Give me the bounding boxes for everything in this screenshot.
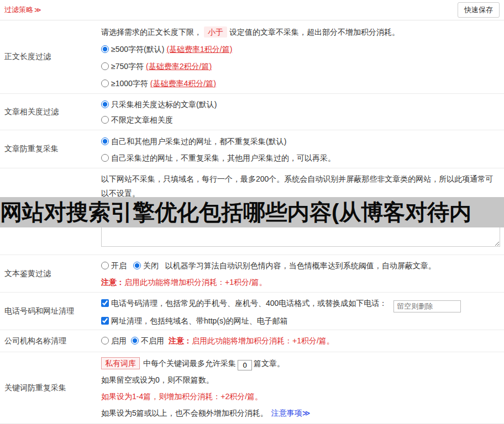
length-radio-750[interactable] <box>101 62 109 70</box>
keyword-limit-input[interactable] <box>238 360 252 370</box>
topbar: 过滤策略 ≫ 快速保存 <box>0 0 504 20</box>
porn-option-off-text: 关闭 <box>143 261 159 270</box>
company-radio-off[interactable] <box>131 337 139 344</box>
length-filter-content: 请选择需求的正文长度下限，小于设定值的文章不采集，超出部分不增加积分消耗。 ≥5… <box>101 20 504 93</box>
company-note-head: 注意： <box>169 336 192 346</box>
company-option-off-text: 不启用 <box>141 336 164 345</box>
relevance-filter-label: 文章相关度过滤 <box>0 94 101 130</box>
porn-filter-options: 开启 关闭 以机器学习算法自动识别色情内容，当色情概率达到系统阈值，自动屏蔽文章… <box>101 257 500 274</box>
length-option-750-text: ≥750字符 <box>111 62 144 71</box>
company-option-on-text: 启用 <box>111 336 127 345</box>
length-option-1000-text: ≥1000字符 <box>111 79 148 88</box>
phone-clean-line: 电话号码清理，包括常见的手机号、座机号、400电话格式，或替换成如下电话： <box>101 295 500 312</box>
phone-clean-text: 电话号码清理，包括常见的手机号、座机号、400电话格式，或替换成如下电话： <box>111 299 387 308</box>
intro-after: 设定值的文章不采集，超出部分不增加积分消耗。 <box>229 28 400 36</box>
row-length-filter: 正文长度过滤 请选择需求的正文长度下限，小于设定值的文章不采集，超出部分不增加积… <box>0 20 504 94</box>
porn-radio-on[interactable] <box>101 262 109 269</box>
porn-option-on[interactable]: 开启 <box>101 261 129 270</box>
relevance-option-strict-text: 只采集相关度达标的文章(默认) <box>111 100 217 109</box>
phone-url-clean-label: 电话号码和网址清理 <box>0 293 101 330</box>
note-head: 注意： <box>101 278 124 287</box>
keyword-rule-empty: 如果留空或设为0，则不限篇数。 <box>101 372 500 388</box>
porn-filter-content: 开启 关闭 以机器学习算法自动识别色情内容，当色情概率达到系统阈值，自动屏蔽文章… <box>101 255 504 292</box>
row-relevance-filter: 文章相关度过滤 只采集相关度达标的文章(默认) 不限定文章相关度 <box>0 94 504 130</box>
dedup-filter-label: 文章防重复采集 <box>0 130 101 168</box>
length-filter-label: 正文长度过滤 <box>0 20 101 93</box>
row-porn-filter: 文本鉴黄过滤 开启 关闭 以机器学习算法自动识别色情内容，当色情概率达到系统阈值… <box>0 255 504 293</box>
keyword-rule-5plus-text: 如果设为5篇或以上，也不会额外增加积分消耗。 <box>101 409 268 417</box>
keyword-dedup-content: 私有词库中每个关键词最多允许采集篇文章。 如果留空或设为0，则不限篇数。 如果设… <box>101 352 504 423</box>
notes-link[interactable]: 注意事项≫ <box>271 409 311 417</box>
dedup-option-global[interactable]: 自己和其他用户采集过的网址，都不重复采集(默认) <box>101 133 500 150</box>
dedup-option-global-text: 自己和其他用户采集过的网址，都不重复采集(默认) <box>111 137 286 146</box>
less-than-tag: 小于 <box>204 26 227 38</box>
company-option-on[interactable]: 启用 <box>101 336 127 346</box>
keyword-dedup-label: 关键词防重复采集 <box>0 352 101 423</box>
filter-strategy-page: 过滤策略 ≫ 快速保存 正文长度过滤 请选择需求的正文长度下限，小于设定值的文章… <box>0 0 504 424</box>
keyword-rule-5plus-line: 如果设为5篇或以上，也不会额外增加积分消耗。注意事项≫ <box>101 405 500 421</box>
porn-radio-off[interactable] <box>133 262 141 269</box>
length-option-500-text: ≥500字符(默认) <box>111 45 164 54</box>
company-option-off[interactable]: 不启用 <box>131 336 164 346</box>
dedup-radio-self[interactable] <box>101 154 109 162</box>
site-blacklist-description: 以下网站不采集，只填域名，每行一个，最多200个。系统会自动识别并屏蔽那些非文章… <box>101 172 500 200</box>
ad-overlay-text: 网站对搜索引擎优化包括哪些内容(从博客对待内 <box>0 197 471 227</box>
url-clean-text: 网址清理，包括纯域名、带http(s)的网址、电子邮箱 <box>111 316 288 325</box>
porn-filter-label: 文本鉴黄过滤 <box>0 255 101 292</box>
porn-filter-note: 注意：启用此功能将增加积分消耗：+1积分/篇。 <box>101 274 500 290</box>
length-option-1000[interactable]: ≥1000字符(基础费率4积分/篇) <box>101 75 500 92</box>
relevance-option-any-text: 不限定文章相关度 <box>111 115 173 124</box>
url-clean-line: 网址清理，包括纯域名、带http(s)的网址、电子邮箱 <box>101 312 500 329</box>
company-clean-content: 启用 不启用 注意：启用此功能将增加积分消耗：+1积分/篇。 <box>101 330 504 352</box>
row-company-clean: 公司机构名称清理 启用 不启用 注意：启用此功能将增加积分消耗：+1积分/篇。 <box>0 330 504 352</box>
keyword-limit-line: 私有词库中每个关键词最多允许采集篇文章。 <box>101 355 500 372</box>
dedup-filter-content: 自己和其他用户采集过的网址，都不重复采集(默认) 自己采集过的网址，不重复采集，… <box>101 130 504 168</box>
phone-url-clean-content: 电话号码清理，包括常见的手机号、座机号、400电话格式，或替换成如下电话： 网址… <box>101 293 504 330</box>
company-note-body: 启用此功能将增加积分消耗：+1积分/篇。 <box>192 336 334 346</box>
porn-filter-description: 以机器学习算法自动识别色情内容，当色情概率达到系统阈值，自动屏蔽文章。 <box>165 261 436 270</box>
length-filter-intro: 请选择需求的正文长度下限，小于设定值的文章不采集，超出部分不增加积分消耗。 <box>101 24 500 41</box>
quick-save-button[interactable]: 快速保存 <box>458 2 500 18</box>
keyword-limit-end: 篇文章。 <box>254 359 285 368</box>
row-dedup-filter: 文章防重复采集 自己和其他用户采集过的网址，都不重复采集(默认) 自己采集过的网… <box>0 130 504 168</box>
length-option-750-fee: (基础费率2积分/篇) <box>146 62 212 71</box>
relevance-radio-strict[interactable] <box>101 100 109 108</box>
intro-before: 请选择需求的正文长度下限， <box>101 28 202 36</box>
company-radio-on[interactable] <box>101 337 109 344</box>
row-keyword-dedup: 关键词防重复采集 私有词库中每个关键词最多允许采集篇文章。 如果留空或设为0，则… <box>0 352 504 424</box>
ad-overlay-banner[interactable]: 网站对搜索引擎优化包括哪些内容(从博客对待内 <box>0 197 504 227</box>
porn-option-off[interactable]: 关闭 <box>133 261 161 270</box>
length-option-750[interactable]: ≥750字符(基础费率2积分/篇) <box>101 58 500 75</box>
dedup-radio-global[interactable] <box>101 137 109 145</box>
page-title: 过滤策略 ≫ <box>4 5 41 15</box>
relevance-option-strict[interactable]: 只采集相关度达标的文章(默认) <box>101 97 500 112</box>
length-option-500[interactable]: ≥500字符(默认)(基础费率1积分/篇) <box>101 41 500 58</box>
url-clean-option[interactable]: 网址清理，包括纯域名、带http(s)的网址、电子邮箱 <box>101 316 288 325</box>
dedup-option-self[interactable]: 自己采集过的网址，不重复采集，其他用户采集过的，可以再采。 <box>101 150 500 166</box>
length-option-500-fee: (基础费率1积分/篇) <box>166 45 232 54</box>
url-clean-checkbox[interactable] <box>101 317 109 325</box>
length-option-1000-fee: (基础费率4积分/篇) <box>150 79 216 88</box>
relevance-filter-content: 只采集相关度达标的文章(默认) 不限定文章相关度 <box>101 94 504 130</box>
private-lexicon-tag: 私有词库 <box>101 357 140 369</box>
company-clean-label: 公司机构名称清理 <box>0 330 101 352</box>
relevance-radio-any[interactable] <box>101 116 109 124</box>
replacement-phone-input[interactable] <box>393 300 461 312</box>
keyword-limit-mid: 中每个关键词最多允许采集 <box>143 359 236 368</box>
page-title-text: 过滤策略 <box>4 5 33 15</box>
relevance-option-any[interactable]: 不限定文章相关度 <box>101 112 500 128</box>
length-radio-500[interactable] <box>101 45 109 53</box>
porn-option-on-text: 开启 <box>111 261 127 270</box>
dedup-option-self-text: 自己采集过的网址，不重复采集，其他用户采集过的，可以再采。 <box>111 153 335 162</box>
chevron-double-down-icon: ≫ <box>34 6 41 14</box>
phone-clean-checkbox[interactable] <box>101 299 109 307</box>
length-radio-1000[interactable] <box>101 80 109 87</box>
note-body: 启用此功能将增加积分消耗：+1积分/篇。 <box>124 278 267 287</box>
keyword-rule-1-4: 如果设为1-4篇，则增加积分消耗：+2积分/篇。 <box>101 388 500 405</box>
phone-clean-option[interactable]: 电话号码清理，包括常见的手机号、座机号、400电话格式，或替换成如下电话： <box>101 299 389 308</box>
row-phone-url-clean: 电话号码和网址清理 电话号码清理，包括常见的手机号、座机号、400电话格式，或替… <box>0 293 504 330</box>
